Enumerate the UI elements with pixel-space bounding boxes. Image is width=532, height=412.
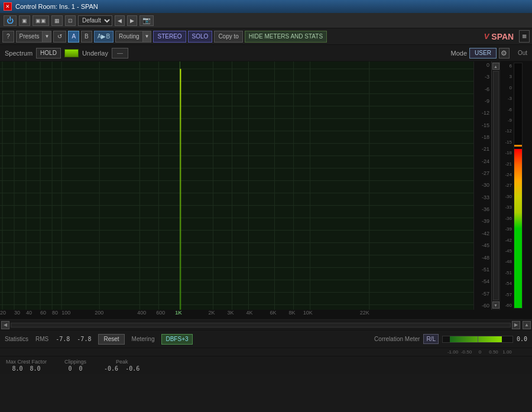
- title-bar: ✕ Control Room: Ins. 1 - SPAN: [0, 0, 532, 13]
- db-51: -51: [474, 267, 491, 272]
- led-indicator[interactable]: [64, 49, 79, 57]
- ms-9: -9: [501, 118, 513, 123]
- rms-r-value: -7.8: [77, 336, 91, 342]
- db-60: -60: [474, 303, 491, 309]
- svg-rect-38: [180, 69, 181, 310]
- ms-48: -48: [501, 259, 513, 264]
- corr-center-line: [478, 336, 478, 342]
- clippings-values: 0 0: [68, 365, 82, 372]
- freq-6k: 6K: [270, 310, 277, 316]
- freq-80: 80: [52, 310, 58, 316]
- menu-button[interactable]: ≡: [519, 30, 530, 43]
- ms-42: -42: [501, 238, 513, 243]
- routing-button[interactable]: Routing ▼: [115, 31, 151, 43]
- ms-24: -24: [501, 172, 513, 177]
- spectrum-display[interactable]: [0, 61, 473, 310]
- meter-fill: [514, 149, 522, 308]
- a-button[interactable]: A: [68, 31, 79, 43]
- rms-l-value: -7.8: [56, 336, 70, 342]
- ms-3: 3: [501, 74, 513, 79]
- cs-n05: -0.50: [459, 349, 474, 355]
- cs-0: 0: [474, 349, 486, 355]
- freq-3k: 3K: [227, 310, 233, 316]
- ms-45: -45: [501, 248, 513, 254]
- ms-51: -51: [501, 270, 513, 275]
- ms-33: -33: [501, 205, 513, 210]
- bottom-scrollbar: ◀ ▶ ▲: [0, 319, 532, 330]
- correlation-section: Correlation Meter R/L 0.0: [374, 334, 527, 344]
- peak-label: Peak: [116, 359, 128, 365]
- ms-18: -18: [501, 150, 513, 155]
- solo-button[interactable]: SOLO: [188, 31, 213, 43]
- spectrum-header: Spectrum HOLD Underlay — Mode USER ⚙ Out: [0, 45, 532, 61]
- toolbar-btn-3[interactable]: ▦: [51, 15, 63, 26]
- rl-button[interactable]: R/L: [423, 334, 439, 344]
- ms-12: -12: [501, 128, 513, 134]
- db-24: -24: [474, 159, 491, 164]
- freq-axis-spacer: [473, 310, 499, 319]
- db-36: -36: [474, 207, 491, 212]
- camera-button[interactable]: 📷: [140, 15, 154, 26]
- freq-1k: 1K: [175, 310, 182, 316]
- preset-select[interactable]: Default: [78, 15, 112, 26]
- freq-20: 20: [0, 310, 6, 316]
- scroll-up-button[interactable]: ▲: [492, 63, 499, 70]
- h-scroll-right[interactable]: ▶: [512, 321, 520, 329]
- copy-to-button[interactable]: Copy to: [214, 31, 242, 43]
- bottom-stats: Max Crest Factor 8.0 8.0 Clippings 0 0 P…: [0, 356, 532, 374]
- ms-3n: -3: [501, 96, 513, 101]
- arrow-left-btn[interactable]: ◀: [115, 15, 125, 26]
- toolbar: ⏻ ▣ ▣▣ ▦ ⊡ Default ◀ ▶ 📷: [0, 13, 532, 28]
- freq-10k: 10K: [303, 310, 313, 316]
- h-scroll-track[interactable]: [11, 323, 511, 327]
- stereo-button[interactable]: STEREO: [153, 31, 186, 43]
- db-42: -42: [474, 231, 491, 236]
- peak-group: Peak -0.6 -0.6: [104, 359, 140, 372]
- ms-54: -54: [501, 281, 513, 286]
- cs-05: 0.50: [486, 349, 501, 355]
- voxengo-logo: V: [484, 32, 489, 41]
- metering-label: Metering: [132, 336, 155, 342]
- reset-button[interactable]: Reset: [98, 334, 124, 345]
- main-area: 0 -3 -6 -9 -12 -15 -18 -21 -24 -27 -30 -…: [0, 61, 532, 310]
- close-button[interactable]: ✕: [4, 2, 12, 11]
- toolbar-btn-2[interactable]: ▣▣: [33, 15, 49, 26]
- meter-bars: 6 3 0 -3 -6 -9 -12 -15 -18 -21 -24 -27 -…: [500, 61, 532, 310]
- cs-n1: -1.00: [447, 349, 459, 355]
- gear-button[interactable]: ⚙: [499, 48, 510, 59]
- mode-label: Mode: [451, 50, 468, 57]
- refresh-button[interactable]: ↺: [53, 31, 66, 43]
- corr-scale-row: -1.00 -0.50 0 0.50 1.00: [0, 348, 532, 356]
- ms-21: -21: [501, 161, 513, 167]
- freq-40: 40: [26, 310, 32, 316]
- dbfs-button[interactable]: DBFS+3: [161, 334, 192, 345]
- clippings-group: Clippings 0 0: [64, 359, 86, 372]
- meter-peak-marker: [514, 145, 522, 147]
- db-3: -3: [474, 74, 491, 80]
- freq-200: 200: [95, 310, 103, 316]
- arrow-right-btn[interactable]: ▶: [127, 15, 137, 26]
- user-mode-button[interactable]: USER: [469, 48, 497, 59]
- presets-button[interactable]: Presets ▼: [16, 31, 52, 43]
- scroll-track: [493, 71, 499, 300]
- h-scroll-up2[interactable]: ▲: [523, 321, 531, 329]
- toolbar-btn-4[interactable]: ⊡: [65, 15, 76, 26]
- clippings-label: Clippings: [64, 359, 86, 365]
- underlay-select[interactable]: —: [112, 48, 128, 59]
- db-57: -57: [474, 291, 491, 297]
- help-button[interactable]: ?: [2, 31, 14, 43]
- toolbar-btn-1[interactable]: ▣: [19, 15, 30, 26]
- hold-button[interactable]: HOLD: [36, 48, 61, 59]
- h-scroll-left[interactable]: ◀: [1, 321, 9, 329]
- rms-label: RMS: [35, 336, 48, 342]
- power-button[interactable]: ⏻: [4, 15, 17, 26]
- nav-bar: ? Presets ▼ ↺ A B A▶B Routing ▼ STEREO S…: [0, 28, 532, 45]
- ab-button[interactable]: A▶B: [94, 31, 113, 43]
- hide-meters-button[interactable]: HIDE METERS AND STATS: [245, 31, 327, 43]
- ms-60: -60: [501, 303, 513, 308]
- title-text: Control Room: Ins. 1 - SPAN: [15, 3, 98, 10]
- b-button[interactable]: B: [81, 31, 92, 43]
- db-33: -33: [474, 195, 491, 200]
- scroll-down-button[interactable]: ▼: [492, 301, 499, 309]
- spectrum-label: Spectrum: [5, 50, 33, 57]
